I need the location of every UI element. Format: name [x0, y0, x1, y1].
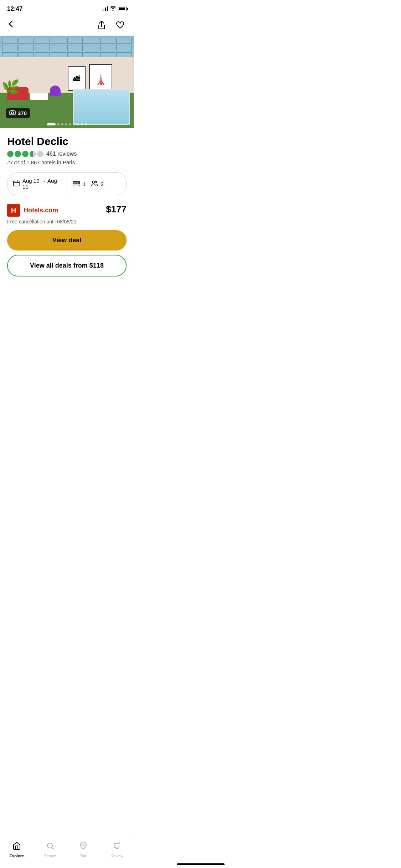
calendar-icon [13, 180, 20, 188]
rating-dots [7, 151, 43, 157]
provider-price: $177 [106, 204, 127, 215]
provider-info: H Hotels.com [7, 204, 58, 217]
dot-4[interactable] [69, 123, 71, 125]
dot-1[interactable] [57, 123, 60, 125]
photo-count-badge[interactable]: 370 [6, 108, 30, 118]
dot-5[interactable] [73, 123, 75, 125]
hotel-rank: #772 of 1,867 hotels in Paris [7, 159, 127, 165]
signal-icon [102, 7, 108, 11]
nav-bar [0, 16, 134, 36]
content: Hotel Declic 461 reviews #772 of 1,867 h… [0, 128, 134, 277]
view-deal-button[interactable]: View deal [7, 230, 127, 250]
guest-count: 2 [101, 181, 103, 187]
status-bar: 12:47 [0, 0, 134, 16]
room-count: 1 [83, 181, 86, 187]
wifi-icon [110, 6, 116, 12]
status-icons [102, 6, 127, 12]
dot-0[interactable] [47, 123, 56, 125]
rating-dot-3 [22, 151, 29, 157]
rating-row: 461 reviews [7, 151, 127, 157]
dot-3[interactable] [65, 123, 67, 125]
room-guest-selector[interactable]: 1 2 [67, 173, 126, 195]
guest-icon [91, 181, 98, 187]
svg-point-6 [95, 181, 97, 183]
date-guest-selector[interactable]: Aug 10 → Aug 11 1 [7, 172, 127, 195]
dot-7[interactable] [81, 123, 83, 125]
battery-icon [118, 7, 127, 11]
hotel-image[interactable]: 🗼 🏙 🌿 370 [0, 36, 134, 128]
jacuzzi [73, 89, 130, 125]
svg-point-1 [11, 112, 14, 114]
plant: 🌿 [2, 80, 20, 94]
hotel-name: Hotel Declic [7, 135, 127, 147]
carousel-dots [47, 123, 87, 125]
status-time: 12:47 [7, 5, 22, 12]
city-picture: 🏙 [68, 66, 86, 91]
provider-row: H Hotels.com $177 [7, 204, 127, 217]
svg-rect-2 [14, 181, 19, 186]
date-selector[interactable]: Aug 10 → Aug 11 [7, 173, 67, 195]
date-value: Aug 10 → Aug 11 [22, 178, 61, 190]
svg-rect-0 [10, 111, 15, 115]
back-button[interactable] [7, 19, 14, 31]
svg-point-5 [92, 181, 94, 183]
dot-2[interactable] [61, 123, 63, 125]
coffee-table [30, 93, 48, 100]
view-all-deals-button[interactable]: View all deals from $118 [7, 255, 127, 277]
photo-count-text: 370 [18, 110, 27, 116]
cancellation-text: Free cancellation until 08/08/21 [7, 219, 127, 224]
provider-name: Hotels.com [24, 207, 58, 214]
nav-actions [95, 19, 127, 31]
dot-8[interactable] [85, 123, 87, 125]
share-button[interactable] [95, 19, 108, 31]
rating-dot-2 [15, 151, 21, 157]
favorite-button[interactable] [114, 19, 127, 31]
hotels-logo: H [7, 204, 20, 217]
rating-dot-1 [7, 151, 14, 157]
dot-6[interactable] [77, 123, 79, 125]
bed-icon [73, 180, 80, 188]
rating-dot-5 [37, 151, 43, 157]
photo-icon [9, 110, 16, 116]
chair [50, 86, 61, 96]
hotels-logo-letter: H [11, 206, 16, 215]
review-count: 461 reviews [46, 151, 77, 157]
rating-dot-4 [30, 151, 36, 157]
